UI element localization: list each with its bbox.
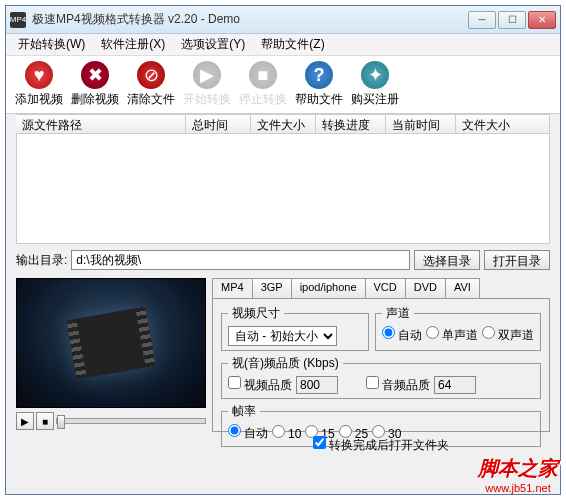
buy-register-label: 购买注册 bbox=[351, 91, 399, 108]
bottom-area: ▶ ■ MP4 3GP ipod/iphone VCD DVD AVI 视频尺寸 bbox=[16, 278, 550, 494]
menu-register[interactable]: 软件注册(X) bbox=[95, 34, 171, 55]
fps-10[interactable]: 10 bbox=[272, 425, 301, 441]
select-dir-button[interactable]: 选择目录 bbox=[414, 250, 480, 270]
channel-stereo[interactable]: 双声道 bbox=[482, 326, 534, 344]
settings-panel: MP4 3GP ipod/iphone VCD DVD AVI 视频尺寸 自动 … bbox=[212, 278, 550, 494]
tab-vcd[interactable]: VCD bbox=[365, 278, 406, 298]
add-video-button[interactable]: ♥ 添加视频 bbox=[14, 59, 64, 111]
slider-thumb[interactable] bbox=[57, 415, 65, 429]
output-row: 输出目录: 选择目录 打开目录 bbox=[16, 250, 550, 270]
preview-controls: ▶ ■ bbox=[16, 412, 206, 430]
tab-dvd[interactable]: DVD bbox=[405, 278, 446, 298]
video-quality-input[interactable] bbox=[296, 376, 338, 394]
fps-auto[interactable]: 自动 bbox=[228, 424, 268, 442]
help-icon: ? bbox=[305, 61, 333, 89]
preview-image bbox=[16, 278, 206, 408]
clear-files-icon: ⊘ bbox=[137, 61, 165, 89]
channel-fieldset: 声道 自动 单声道 双声道 bbox=[375, 305, 541, 351]
output-path-input[interactable] bbox=[71, 250, 410, 270]
open-dir-button[interactable]: 打开目录 bbox=[484, 250, 550, 270]
start-convert-icon: ▶ bbox=[193, 61, 221, 89]
delete-video-icon: ✖ bbox=[81, 61, 109, 89]
help-label: 帮助文件 bbox=[295, 91, 343, 108]
file-table-header: 源文件路径 总时间 文件大小 转换进度 当前时间 文件大小 bbox=[16, 114, 550, 134]
settings-body: 视频尺寸 自动 - 初始大小 声道 自动 单声道 双声道 bbox=[212, 298, 550, 432]
delete-video-label: 删除视频 bbox=[71, 91, 119, 108]
file-table-body[interactable] bbox=[16, 134, 550, 244]
tab-avi[interactable]: AVI bbox=[445, 278, 480, 298]
buy-register-icon: ✦ bbox=[361, 61, 389, 89]
col-current-time[interactable]: 当前时间 bbox=[386, 115, 456, 133]
audio-quality-input[interactable] bbox=[434, 376, 476, 394]
app-icon: MP4 bbox=[10, 12, 26, 28]
add-video-icon: ♥ bbox=[25, 61, 53, 89]
menu-help[interactable]: 帮助文件(Z) bbox=[255, 34, 330, 55]
close-button[interactable]: ✕ bbox=[528, 11, 556, 29]
clear-files-button[interactable]: ⊘ 清除文件 bbox=[126, 59, 176, 111]
output-label: 输出目录: bbox=[16, 252, 67, 269]
delete-video-button[interactable]: ✖ 删除视频 bbox=[70, 59, 120, 111]
video-quality-check[interactable]: 视频品质 bbox=[228, 376, 292, 394]
stop-convert-button: ■ 停止转换 bbox=[238, 59, 288, 111]
help-button[interactable]: ? 帮助文件 bbox=[294, 59, 344, 111]
quality-legend: 视(音)频品质 (Kbps) bbox=[228, 355, 343, 372]
minimize-button[interactable]: ─ bbox=[468, 11, 496, 29]
format-tabs: MP4 3GP ipod/iphone VCD DVD AVI bbox=[212, 278, 550, 298]
add-video-label: 添加视频 bbox=[15, 91, 63, 108]
start-convert-button: ▶ 开始转换 bbox=[182, 59, 232, 111]
col-out-size[interactable]: 文件大小 bbox=[456, 115, 550, 133]
channel-auto[interactable]: 自动 bbox=[382, 326, 422, 344]
col-file-size[interactable]: 文件大小 bbox=[251, 115, 316, 133]
preview-play-button[interactable]: ▶ bbox=[16, 412, 34, 430]
tab-ipod[interactable]: ipod/iphone bbox=[291, 278, 366, 298]
channel-mono[interactable]: 单声道 bbox=[426, 326, 478, 344]
video-size-fieldset: 视频尺寸 自动 - 初始大小 bbox=[221, 305, 369, 351]
audio-quality-check[interactable]: 音频品质 bbox=[366, 376, 430, 394]
menu-options[interactable]: 选项设置(Y) bbox=[175, 34, 251, 55]
col-progress[interactable]: 转换进度 bbox=[316, 115, 386, 133]
buy-register-button[interactable]: ✦ 购买注册 bbox=[350, 59, 400, 111]
preview-panel: ▶ ■ bbox=[16, 278, 206, 494]
fps-legend: 帧率 bbox=[228, 403, 260, 420]
channel-legend: 声道 bbox=[382, 305, 414, 322]
video-size-legend: 视频尺寸 bbox=[228, 305, 284, 322]
maximize-button[interactable]: ☐ bbox=[498, 11, 526, 29]
titlebar[interactable]: MP4 极速MP4视频格式转换器 v2.20 - Demo ─ ☐ ✕ bbox=[6, 6, 560, 34]
stop-convert-label: 停止转换 bbox=[239, 91, 287, 108]
video-size-select[interactable]: 自动 - 初始大小 bbox=[228, 326, 337, 346]
window-controls: ─ ☐ ✕ bbox=[468, 11, 556, 29]
open-after-checkbox[interactable]: 转换完成后打开文件夹 bbox=[313, 436, 449, 454]
menu-bar: 开始转换(W) 软件注册(X) 选项设置(Y) 帮助文件(Z) bbox=[6, 34, 560, 56]
col-total-time[interactable]: 总时间 bbox=[186, 115, 251, 133]
clear-files-label: 清除文件 bbox=[127, 91, 175, 108]
toolbar: ♥ 添加视频 ✖ 删除视频 ⊘ 清除文件 ▶ 开始转换 ■ 停止转换 ? 帮助文… bbox=[6, 56, 560, 114]
quality-fieldset: 视(音)频品质 (Kbps) 视频品质 音频品质 bbox=[221, 355, 541, 399]
tab-mp4[interactable]: MP4 bbox=[212, 278, 253, 298]
preview-stop-button[interactable]: ■ bbox=[36, 412, 54, 430]
col-source-path[interactable]: 源文件路径 bbox=[16, 115, 186, 133]
start-convert-label: 开始转换 bbox=[183, 91, 231, 108]
stop-convert-icon: ■ bbox=[249, 61, 277, 89]
menu-start-convert[interactable]: 开始转换(W) bbox=[12, 34, 91, 55]
window-title: 极速MP4视频格式转换器 v2.20 - Demo bbox=[32, 11, 468, 28]
app-window: MP4 极速MP4视频格式转换器 v2.20 - Demo ─ ☐ ✕ 开始转换… bbox=[5, 5, 561, 495]
film-reel-icon bbox=[66, 307, 155, 380]
preview-slider[interactable] bbox=[56, 418, 206, 424]
tab-3gp[interactable]: 3GP bbox=[252, 278, 292, 298]
